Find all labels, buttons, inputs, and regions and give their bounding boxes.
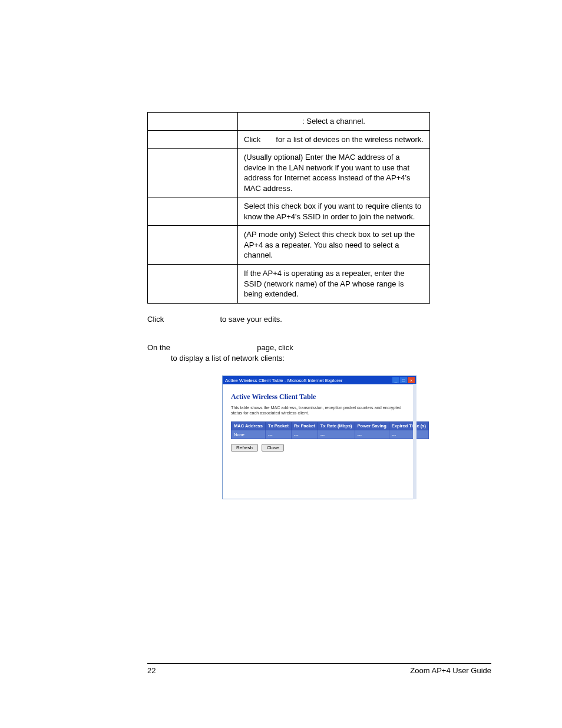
cell-dash1: --- xyxy=(265,430,291,439)
col-tx: Tx Packet xyxy=(265,422,291,430)
save-note: Click to save your edits. xyxy=(147,314,430,325)
cell-dash3: --- xyxy=(318,430,355,439)
cell-dash2: --- xyxy=(291,430,318,439)
cell-0-text: : Select a channel. xyxy=(302,117,365,126)
col-rx: Rx Packet xyxy=(291,422,318,430)
screenshot-heading: Active Wireless Client Table xyxy=(231,393,408,401)
close-icon[interactable]: × xyxy=(408,377,415,383)
cell-0-label xyxy=(148,113,238,131)
cell-none: None xyxy=(232,430,266,439)
refresh-button[interactable]: Refresh xyxy=(231,444,258,452)
doc-title: Zoom AP+4 User Guide xyxy=(410,666,491,675)
close-button[interactable]: Close xyxy=(262,444,284,452)
cell-4-desc: (AP mode only) Select this check box to … xyxy=(238,226,430,265)
page-number: 22 xyxy=(147,666,156,675)
cell-1-label xyxy=(148,130,238,149)
cell-1a: Click xyxy=(244,134,260,145)
cell-2-desc: (Usually optional) Enter the MAC address… xyxy=(238,149,430,197)
client-heading: On the page, click to display a list of … xyxy=(147,342,430,364)
save-a: Click xyxy=(147,315,166,324)
cell-dash5: --- xyxy=(389,430,428,439)
col-power: Power Saving xyxy=(355,422,389,430)
onthe-a: On the xyxy=(147,343,173,352)
screenshot-desc: This table shows the MAC address, transm… xyxy=(231,405,408,416)
cell-5-desc: If the AP+4 is operating as a repeater, … xyxy=(238,265,430,304)
page-footer: 22 Zoom AP+4 User Guide xyxy=(147,663,491,675)
col-exp: Expired Time (s) xyxy=(389,422,428,430)
save-b: to save your edits. xyxy=(220,315,282,324)
window-titlebar: Active Wireless Client Table - Microsoft… xyxy=(223,376,416,384)
onthe-b: page, click xyxy=(257,343,293,352)
col-rate: Tx Rate (Mbps) xyxy=(318,422,355,430)
settings-table: : Select a channel. Click for a list of … xyxy=(147,112,430,304)
cell-1b: for a list of devices on the wireless ne… xyxy=(276,134,424,145)
scrollbar[interactable] xyxy=(413,384,416,499)
col-mac: MAC Address xyxy=(232,422,266,430)
cell-3-label xyxy=(148,197,238,226)
minimize-icon[interactable]: _ xyxy=(392,377,399,383)
cell-0-desc: : Select a channel. xyxy=(238,113,430,131)
client-table: MAC Address Tx Packet Rx Packet Tx Rate … xyxy=(231,421,429,439)
cell-3-desc: Select this check box if you want to req… xyxy=(238,197,430,226)
cell-dash4: --- xyxy=(355,430,389,439)
maximize-icon[interactable]: □ xyxy=(400,377,407,383)
cell-2-label xyxy=(148,149,238,197)
onthe-c: to display a list of network clients: xyxy=(171,354,285,363)
table-row: None --- --- --- --- --- xyxy=(232,430,429,439)
cell-5-label xyxy=(148,265,238,304)
titlebar-text: Active Wireless Client Table - Microsoft… xyxy=(225,378,342,383)
screenshot: Active Wireless Client Table - Microsoft… xyxy=(222,375,416,499)
cell-1-desc: Click for a list of devices on the wirel… xyxy=(238,130,430,149)
cell-4-label xyxy=(148,226,238,265)
